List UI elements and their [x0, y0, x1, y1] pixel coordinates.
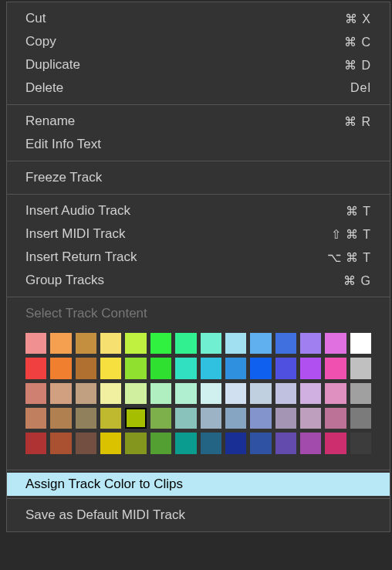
color-swatch[interactable] — [125, 358, 146, 378]
color-swatch[interactable] — [125, 383, 146, 404]
color-swatch[interactable] — [125, 333, 146, 354]
menu-item-assign-track-color[interactable]: Assign Track Color to Clips — [7, 473, 390, 496]
color-swatch[interactable] — [76, 383, 96, 404]
color-swatch[interactable] — [225, 333, 246, 354]
menu-shortcut: ⌘ D — [344, 58, 371, 73]
menu-item-save-as-default[interactable]: Save as Default MIDI Track — [7, 504, 390, 527]
color-swatch[interactable] — [250, 408, 271, 429]
menu-section-freeze: Freeze Track — [7, 161, 390, 194]
color-swatch[interactable] — [76, 333, 96, 354]
color-picker-grid — [7, 325, 390, 465]
color-swatch[interactable] — [125, 433, 146, 453]
color-swatch[interactable] — [175, 358, 196, 378]
color-swatch[interactable] — [25, 433, 46, 453]
color-swatch[interactable] — [250, 333, 271, 354]
menu-item-rename[interactable]: Rename ⌘ R — [7, 110, 390, 133]
color-swatch[interactable] — [50, 333, 71, 354]
menu-shortcut: ⌘ G — [343, 273, 371, 288]
menu-section-edit: Cut ⌘ X Copy ⌘ C Duplicate ⌘ D Delete De… — [7, 2, 390, 104]
color-swatch[interactable] — [150, 358, 171, 378]
color-swatch[interactable] — [300, 383, 321, 404]
color-swatch[interactable] — [201, 358, 221, 378]
menu-section-save: Save as Default MIDI Track — [7, 499, 390, 531]
color-swatch[interactable] — [76, 408, 96, 429]
menu-item-edit-info-text[interactable]: Edit Info Text — [7, 133, 390, 156]
color-swatch[interactable] — [325, 383, 346, 404]
color-swatch[interactable] — [100, 383, 121, 404]
color-swatch[interactable] — [25, 383, 46, 404]
color-swatch[interactable] — [25, 358, 46, 378]
color-swatch[interactable] — [25, 333, 46, 354]
menu-item-cut[interactable]: Cut ⌘ X — [7, 7, 390, 30]
color-swatch[interactable] — [100, 358, 121, 378]
color-swatch[interactable] — [250, 358, 271, 378]
menu-section-insert: Insert Audio Track ⌘ T Insert MIDI Track… — [7, 195, 390, 297]
menu-section-select: Select Track Content — [7, 297, 390, 470]
color-swatch[interactable] — [325, 433, 346, 453]
menu-label: Assign Track Color to Clips — [25, 477, 183, 492]
color-swatch[interactable] — [300, 433, 321, 453]
color-swatch[interactable] — [300, 408, 321, 429]
color-swatch[interactable] — [250, 433, 271, 453]
color-swatch[interactable] — [300, 358, 321, 378]
menu-label: Delete — [25, 80, 63, 96]
color-swatch[interactable] — [350, 408, 371, 429]
color-swatch[interactable] — [150, 383, 171, 404]
menu-item-insert-return-track[interactable]: Insert Return Track ⌥ ⌘ T — [7, 246, 390, 269]
color-swatch[interactable] — [275, 383, 296, 404]
color-swatch[interactable] — [175, 383, 196, 404]
menu-item-insert-audio-track[interactable]: Insert Audio Track ⌘ T — [7, 199, 390, 222]
color-swatch[interactable] — [100, 408, 121, 429]
color-swatch[interactable] — [25, 408, 46, 429]
color-swatch[interactable] — [100, 433, 121, 453]
menu-shortcut: ⇧ ⌘ T — [331, 227, 371, 242]
color-swatch[interactable] — [275, 433, 296, 453]
color-swatch[interactable] — [175, 408, 196, 429]
color-swatch[interactable] — [350, 433, 371, 453]
menu-shortcut: ⌘ C — [344, 35, 371, 49]
color-swatch[interactable] — [350, 358, 371, 378]
menu-label: Insert MIDI Track — [25, 226, 125, 242]
menu-label: Duplicate — [25, 57, 80, 73]
color-swatch[interactable] — [100, 333, 121, 354]
color-swatch[interactable] — [350, 333, 371, 354]
color-swatch[interactable] — [150, 408, 171, 429]
color-swatch[interactable] — [175, 333, 196, 354]
menu-item-delete[interactable]: Delete Del — [7, 76, 390, 100]
color-swatch[interactable] — [50, 433, 71, 453]
color-swatch[interactable] — [50, 383, 71, 404]
menu-item-insert-midi-track[interactable]: Insert MIDI Track ⇧ ⌘ T — [7, 222, 390, 246]
menu-label: Freeze Track — [25, 170, 102, 185]
color-swatch[interactable] — [225, 358, 246, 378]
color-swatch[interactable] — [201, 433, 221, 453]
menu-item-copy[interactable]: Copy ⌘ C — [7, 30, 390, 53]
color-swatch[interactable] — [201, 408, 221, 429]
color-swatch[interactable] — [225, 433, 246, 453]
color-swatch[interactable] — [225, 408, 246, 429]
menu-item-group-tracks[interactable]: Group Tracks ⌘ G — [7, 269, 390, 292]
menu-item-duplicate[interactable]: Duplicate ⌘ D — [7, 53, 390, 76]
color-swatch[interactable] — [201, 333, 221, 354]
color-swatch[interactable] — [350, 383, 371, 404]
color-swatch[interactable] — [325, 408, 346, 429]
color-swatch[interactable] — [50, 358, 71, 378]
color-swatch[interactable] — [125, 408, 146, 429]
color-swatch[interactable] — [150, 433, 171, 453]
color-swatch[interactable] — [275, 333, 296, 354]
color-swatch[interactable] — [76, 358, 96, 378]
color-swatch[interactable] — [50, 408, 71, 429]
color-swatch[interactable] — [300, 333, 321, 354]
color-swatch[interactable] — [76, 433, 96, 453]
color-swatch[interactable] — [175, 433, 196, 453]
color-swatch[interactable] — [201, 383, 221, 404]
color-swatch[interactable] — [150, 333, 171, 354]
color-swatch[interactable] — [225, 383, 246, 404]
color-swatch[interactable] — [275, 408, 296, 429]
color-swatch[interactable] — [275, 358, 296, 378]
color-swatch[interactable] — [325, 333, 346, 354]
menu-shortcut: ⌘ R — [344, 114, 371, 129]
color-swatch[interactable] — [250, 383, 271, 404]
color-swatch[interactable] — [325, 358, 346, 378]
menu-item-freeze-track[interactable]: Freeze Track — [7, 166, 390, 189]
menu-label: Group Tracks — [25, 273, 104, 288]
